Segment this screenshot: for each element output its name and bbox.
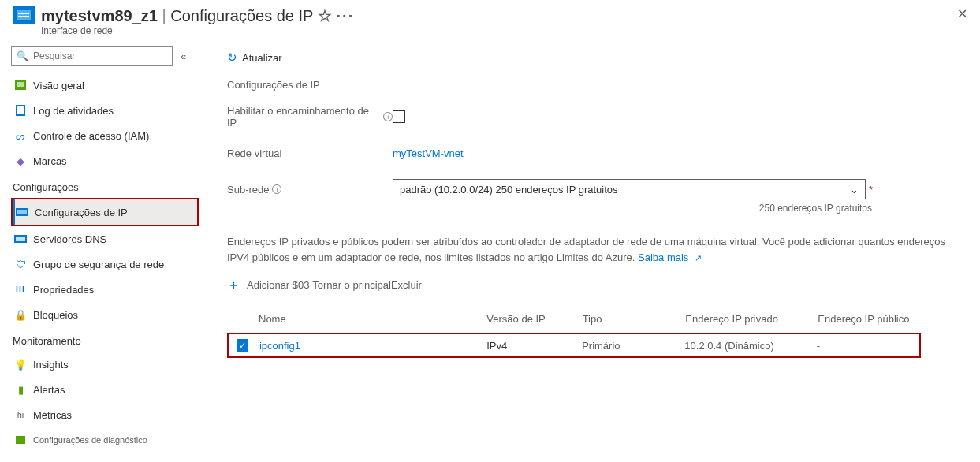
nav-metrics[interactable]: hi Métricas: [11, 402, 203, 427]
lock-icon: 🔒: [14, 308, 27, 321]
ip-forward-checkbox[interactable]: [393, 110, 405, 123]
nav-dns[interactable]: Servidores DNS: [11, 226, 203, 251]
cell-private: 10.2.0.4 (Dinâmico): [684, 340, 816, 352]
add-button[interactable]: Adicionar: [247, 279, 289, 291]
more-actions-icon[interactable]: ···: [337, 7, 355, 24]
svg-rect-8: [17, 210, 27, 214]
nav-group-settings: Configurações: [11, 173, 203, 198]
page-title: mytestvm89_z1 | Configurações de IP ☆ ··…: [41, 6, 957, 25]
table-row-highlight: ✓ ipconfig1 IPv4 Primário 10.2.0.4 (Dinâ…: [227, 333, 921, 358]
insights-icon: 💡: [14, 358, 27, 371]
ipconfig-name-link[interactable]: ipconfig1: [259, 340, 300, 352]
plus-icon[interactable]: ＋: [227, 276, 240, 294]
page-name: Configurações de IP: [170, 7, 313, 24]
metrics-hi-label: hi: [14, 408, 27, 421]
overview-icon: [14, 79, 27, 91]
nav-diagnostics[interactable]: Configurações de diagnóstico: [11, 427, 203, 453]
search-icon: 🔍: [17, 50, 28, 61]
cell-version: IPv4: [486, 340, 582, 352]
info-icon[interactable]: i: [272, 184, 281, 194]
resource-name: mytestvm89_z1: [41, 7, 158, 24]
nav-tags[interactable]: ◆ Marcas: [11, 148, 203, 173]
properties-icon: III: [14, 283, 27, 296]
description-text: Endereços IP privados e públicos podem s…: [227, 234, 960, 265]
nav-nsg[interactable]: 🛡 Grupo de segurança de rede: [11, 251, 203, 277]
col-private: Endereço IP privado: [685, 313, 818, 325]
external-link-icon: ↗: [695, 253, 702, 263]
iam-icon: ᔕ: [14, 129, 27, 142]
nav-overview[interactable]: Visão geral: [11, 73, 203, 98]
learn-more-link[interactable]: Saiba mais: [638, 251, 688, 263]
refresh-icon: ↻: [227, 50, 237, 65]
tag-icon: ◆: [14, 155, 27, 167]
ipconfig-icon: [16, 206, 28, 218]
section-heading: Configurações de IP: [227, 79, 980, 91]
diagnostics-icon: [14, 434, 27, 446]
resource-type-label: Interface de rede: [41, 25, 957, 36]
resource-icon: [13, 6, 35, 24]
search-input-wrapper[interactable]: 🔍: [11, 46, 173, 66]
svg-rect-6: [17, 106, 24, 114]
close-icon[interactable]: ✕: [957, 6, 967, 21]
row-checkbox[interactable]: ✓: [237, 339, 248, 352]
svg-rect-0: [17, 10, 31, 20]
delete-button[interactable]: Excluir: [391, 279, 422, 291]
nav-properties[interactable]: III Propriedades: [11, 277, 203, 302]
sidebar: 🔍 « Visão geral Log de atividades ᔕ Cont…: [0, 39, 203, 453]
nav-ip-config[interactable]: Configurações de IP: [13, 199, 197, 225]
chevron-down-icon: ⌄: [850, 184, 859, 196]
svg-rect-10: [16, 237, 25, 241]
nav-ip-config-highlight: Configurações de IP: [11, 198, 199, 226]
col-name: Nome: [259, 313, 486, 325]
table-row[interactable]: ✓ ipconfig1 IPv4 Primário 10.2.0.4 (Dinâ…: [237, 339, 919, 352]
nav-group-monitoring: Monitoramento: [11, 327, 203, 352]
log-icon: [14, 104, 27, 117]
dns-icon: [14, 233, 27, 245]
alerts-icon: ▮: [14, 383, 27, 396]
ipconfig-action-bar: ＋ Adicionar $03 Tornar o principal Exclu…: [227, 276, 980, 294]
make-primary-button[interactable]: Tornar o principal: [312, 279, 391, 291]
blade-header: mytestvm89_z1 | Configurações de IP ☆ ··…: [0, 0, 980, 39]
vnet-label: Rede virtual: [227, 147, 393, 159]
svg-rect-11: [16, 436, 25, 444]
main-content: ↻ Atualizar Configurações de IP Habilita…: [203, 39, 980, 453]
svg-rect-1: [18, 13, 29, 14]
subnet-dropdown[interactable]: padrão (10.2.0.0/24) 250 endereços IP gr…: [393, 179, 866, 199]
col-public: Endereço IP público: [818, 313, 921, 325]
vnet-link[interactable]: myTestVM-vnet: [393, 147, 464, 159]
favorite-star-icon[interactable]: ☆: [318, 7, 332, 24]
subnet-note: 250 endereços IP gratuitos: [227, 203, 872, 214]
search-input[interactable]: [33, 50, 167, 61]
info-icon[interactable]: i: [383, 112, 393, 121]
subnet-label: Sub-rede i: [227, 184, 393, 196]
nav-activity-log[interactable]: Log de atividades: [11, 98, 203, 123]
nav-locks[interactable]: 🔒 Bloqueios: [11, 302, 203, 327]
ipconfig-table: Nome Versão de IP Tipo Endereço IP priva…: [227, 308, 921, 358]
collapse-sidebar-icon[interactable]: «: [181, 50, 186, 62]
nav-alerts[interactable]: ▮ Alertas: [11, 377, 203, 402]
svg-rect-4: [17, 82, 24, 87]
cell-type: Primário: [582, 340, 684, 352]
col-version: Versão de IP: [486, 313, 582, 325]
col-type: Tipo: [583, 313, 686, 325]
shield-icon: 🛡: [14, 258, 27, 270]
ip-forward-label: Habilitar o encaminhamento de IP i: [227, 105, 393, 129]
svg-rect-2: [18, 16, 29, 17]
nav-iam[interactable]: ᔕ Controle de acesso (IAM): [11, 123, 203, 148]
nav-insights[interactable]: 💡 Insights: [11, 352, 203, 377]
cell-public: -: [817, 340, 919, 352]
required-indicator: *: [869, 184, 873, 196]
refresh-button[interactable]: ↻ Atualizar: [227, 50, 282, 65]
